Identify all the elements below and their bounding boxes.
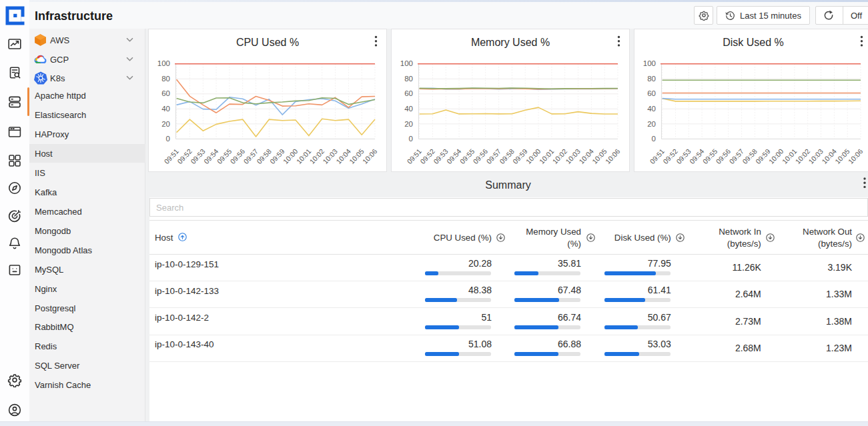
svg-text:60: 60 bbox=[404, 89, 413, 97]
svg-text:10:03: 10:03 bbox=[807, 147, 825, 166]
svg-text:60: 60 bbox=[647, 89, 656, 97]
svg-text:0: 0 bbox=[652, 135, 656, 143]
svg-text:10:06: 10:06 bbox=[361, 147, 379, 166]
svg-text:80: 80 bbox=[161, 75, 170, 83]
svg-text:09:56: 09:56 bbox=[228, 147, 246, 166]
svg-text:09:52: 09:52 bbox=[418, 147, 436, 166]
svg-text:40: 40 bbox=[404, 105, 413, 113]
svg-text:60: 60 bbox=[161, 89, 170, 97]
svg-text:40: 40 bbox=[161, 105, 170, 113]
svg-text:100: 100 bbox=[643, 59, 656, 67]
svg-text:09:52: 09:52 bbox=[661, 147, 679, 166]
svg-text:20: 20 bbox=[404, 120, 413, 128]
svg-text:10:00: 10:00 bbox=[524, 147, 542, 166]
svg-text:0: 0 bbox=[166, 135, 170, 143]
svg-text:10:03: 10:03 bbox=[564, 147, 582, 166]
svg-text:40: 40 bbox=[647, 105, 656, 113]
svg-text:10:03: 10:03 bbox=[321, 147, 339, 166]
svg-text:100: 100 bbox=[400, 59, 413, 67]
svg-text:0: 0 bbox=[409, 135, 413, 143]
svg-text:20: 20 bbox=[161, 120, 170, 128]
svg-text:80: 80 bbox=[404, 75, 413, 83]
svg-text:09:52: 09:52 bbox=[175, 147, 193, 166]
svg-text:10:06: 10:06 bbox=[604, 147, 622, 166]
svg-text:09:56: 09:56 bbox=[471, 147, 489, 166]
svg-text:09:56: 09:56 bbox=[714, 147, 732, 166]
svg-text:100: 100 bbox=[157, 59, 170, 67]
svg-text:80: 80 bbox=[647, 75, 656, 83]
svg-text:20: 20 bbox=[647, 120, 656, 128]
svg-text:10:06: 10:06 bbox=[847, 147, 865, 166]
svg-text:10:00: 10:00 bbox=[767, 147, 785, 166]
svg-text:10:00: 10:00 bbox=[282, 147, 300, 166]
